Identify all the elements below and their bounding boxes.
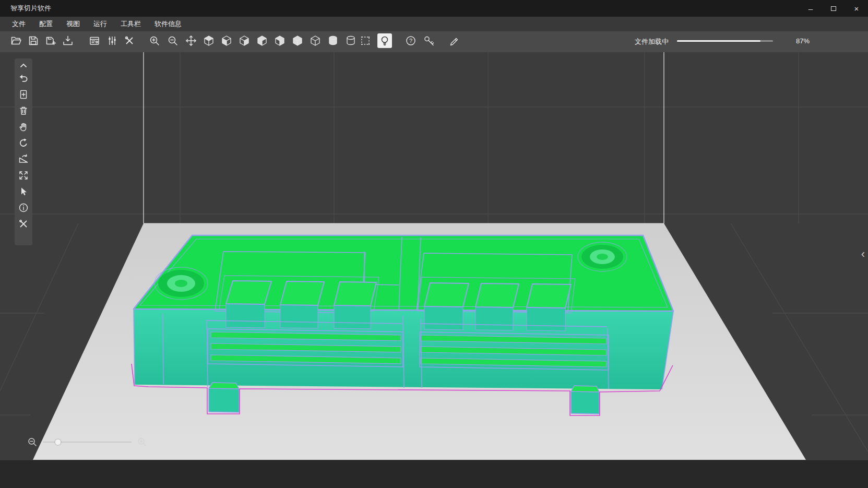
zoom-slider-track[interactable] [43,442,132,443]
boss-right [578,242,627,271]
cylinder-solid-button[interactable] [326,33,340,48]
right-panel-collapse[interactable]: ‹ [861,248,865,260]
title-bar: 智享切片软件 – × [0,0,868,17]
vent-slots-left [208,329,403,367]
view-iso-left-icon [256,35,268,46]
rotate-icon [18,137,29,149]
bounding-box-button[interactable] [358,33,373,48]
view-wireframe-icon [310,35,321,46]
boss-left [154,267,208,300]
mirror-model-button[interactable] [16,151,31,167]
view-solid-icon [292,35,303,46]
loading-progress-track [677,40,773,42]
import-icon [62,35,74,46]
open-folder-icon [10,35,22,46]
menu-bar: 文件 配置 视图 运行 工具栏 软件信息 [0,17,868,31]
view-top-button[interactable] [201,33,216,48]
tools-button[interactable] [122,33,137,48]
status-bar [0,460,868,488]
info-icon [18,203,29,213]
view-iso-left-button[interactable] [255,33,269,48]
help-icon: ? [405,35,417,46]
save-button[interactable] [26,33,41,48]
zoom-in-button[interactable] [147,33,162,48]
menu-toolbar[interactable]: 工具栏 [114,17,148,31]
loading-progress-percent: 87% [796,37,810,45]
cursor-icon [18,186,29,197]
expand-arrows-icon [18,170,29,181]
add-model-button[interactable] [16,86,31,102]
hand-icon [18,122,29,132]
view-left-button[interactable] [219,33,234,48]
save-as-button[interactable] [43,33,58,48]
license-key-button[interactable] [422,33,436,48]
add-file-icon [18,89,29,100]
minimize-button[interactable]: – [799,0,822,17]
zoom-out-icon [167,35,179,46]
window-title: 智享切片软件 [10,4,51,13]
side-tool-panel [15,58,32,245]
pan-button[interactable] [16,118,31,135]
cylinder-solid-icon [327,35,339,46]
import-button[interactable] [61,33,75,48]
undo-icon [18,73,29,84]
view-right-icon [239,35,250,46]
zoom-control [27,435,152,449]
light-bulb-icon [379,35,390,46]
view-wireframe-button[interactable] [308,33,323,48]
model-info-button[interactable] [16,199,31,216]
loading-label: 文件加载中 [635,37,669,46]
key-icon [423,35,435,46]
select-button[interactable] [16,183,31,199]
parameter-settings-button[interactable] [105,33,120,48]
view-iso-right-button[interactable] [272,33,287,48]
window-controls: – × [799,0,868,17]
vent-slots-right [420,332,609,370]
machine-settings-icon [89,35,100,46]
collapse-panel-button[interactable] [16,61,31,70]
delete-model-button[interactable] [16,102,31,118]
view-top-icon [203,35,215,46]
close-icon: × [854,4,859,13]
save-as-icon [45,35,56,46]
repair-tools-icon [18,219,29,229]
move-arrows-icon [185,35,197,46]
maximize-button[interactable] [822,0,845,17]
view-left-icon [221,35,232,46]
annotate-pen-button[interactable] [447,33,461,48]
menu-software-info[interactable]: 软件信息 [148,17,188,31]
view-right-button[interactable] [237,33,252,48]
fit-view-button[interactable] [16,167,31,183]
bounding-box-icon [360,35,371,46]
svg-text:?: ? [409,38,412,44]
menu-config[interactable]: 配置 [32,17,60,31]
view-solid-button[interactable] [290,33,305,48]
menu-run[interactable]: 运行 [87,17,114,31]
zoom-in-icon [149,35,160,46]
zoom-in-icon[interactable] [137,437,147,447]
menu-view[interactable]: 视图 [60,17,87,31]
menu-file[interactable]: 文件 [5,17,32,31]
rotate-view-button[interactable] [16,135,31,151]
zoom-slider-thumb[interactable] [55,439,61,445]
pen-icon [448,35,460,46]
maximize-icon [831,6,836,11]
cylinder-outline-button[interactable] [343,33,358,48]
cylinder-outline-icon [345,35,356,46]
loading-progress-fill [677,40,760,42]
zoom-out-icon[interactable] [27,437,38,447]
help-button[interactable]: ? [403,33,418,48]
move-model-button[interactable] [184,33,198,48]
zoom-out-button[interactable] [165,33,180,48]
close-button[interactable]: × [845,0,868,17]
viewport-3d[interactable] [0,0,868,488]
repair-tools-button[interactable] [16,216,31,232]
undo-button[interactable] [16,70,31,86]
open-file-button[interactable] [9,33,23,48]
chevron-up-icon [19,63,28,68]
machine-settings-button[interactable] [87,33,102,48]
view-iso-right-icon [274,35,286,46]
light-toggle-button[interactable] [377,33,392,48]
save-icon [28,35,39,46]
parameter-sliders-icon [106,35,118,46]
